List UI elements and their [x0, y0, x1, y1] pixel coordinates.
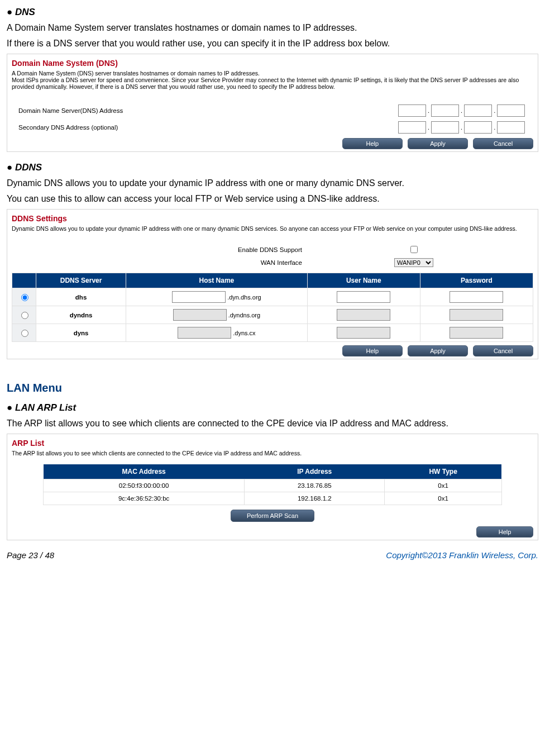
- ddns-server-name: dyndns: [36, 306, 126, 324]
- ddns-radio[interactable]: [21, 330, 28, 337]
- text-ddns-p1: Dynamic DNS allows you to update your dy…: [7, 177, 538, 190]
- dns2-oct1[interactable]: [398, 121, 426, 134]
- input-dns-primary[interactable]: ...: [398, 104, 525, 117]
- panel-dns-desc1: A Domain Name System (DNS) server transl…: [12, 70, 533, 77]
- col-username: User Name: [307, 273, 420, 288]
- ddns-server-name: dyns: [36, 324, 126, 342]
- panel-dns: Domain Name System (DNS) A Domain Name S…: [7, 54, 538, 152]
- arp-hw: 0x1: [385, 479, 502, 492]
- ddns-row: dyns.dyns.cx: [12, 324, 533, 342]
- dns2-oct3[interactable]: [464, 121, 492, 134]
- ddns-server-name: dhs: [36, 288, 126, 306]
- username-input[interactable]: [337, 309, 390, 321]
- arp-table: MAC Address IP Address HW Type 02:50:f3:…: [43, 464, 502, 505]
- col-mac: MAC Address: [44, 464, 245, 479]
- label-wan-interface: WAN Interface: [12, 259, 319, 266]
- cancel-button[interactable]: Cancel: [473, 138, 533, 149]
- col-select: [12, 273, 36, 288]
- username-input[interactable]: [337, 327, 390, 339]
- apply-button[interactable]: Apply: [408, 138, 468, 149]
- label-dns-secondary: Secondary DNS Address (optional): [12, 124, 398, 131]
- username-input[interactable]: [337, 291, 390, 303]
- hostname-suffix: .dyns.cx: [233, 330, 255, 336]
- help-button[interactable]: Help: [476, 526, 533, 538]
- panel-dns-desc2: Most ISPs provide a DNS server for speed…: [12, 77, 533, 90]
- dns1-oct3[interactable]: [464, 104, 492, 117]
- arp-mac: 02:50:f3:00:00:00: [44, 479, 245, 492]
- hostname-input[interactable]: [178, 327, 231, 339]
- panel-arp-title: ARP List: [12, 439, 533, 448]
- footer-copyright: Copyright©2013 Franklin Wireless, Corp.: [386, 550, 538, 560]
- panel-arp-desc: The ARP list allows you to see which cli…: [12, 450, 533, 457]
- col-hostname: Host Name: [126, 273, 308, 288]
- arp-row: 02:50:f3:00:00:0023.18.76.850x1: [44, 479, 502, 492]
- dns2-oct2[interactable]: [431, 121, 459, 134]
- text-ddns-p2: You can use this to allow can access you…: [7, 192, 538, 206]
- label-dns-primary: Domain Name Server(DNS) Address: [12, 107, 398, 114]
- ddns-row: dhs.dyn.dhs.org: [12, 288, 533, 306]
- checkbox-enable-ddns[interactable]: [410, 246, 418, 253]
- text-dns-p2: If there is a DNS server that you would …: [7, 37, 538, 50]
- footer-page: Page 23 / 48: [7, 550, 54, 560]
- perform-arp-scan-button[interactable]: Perform ARP Scan: [231, 510, 314, 522]
- apply-button[interactable]: Apply: [408, 345, 468, 356]
- hostname-input[interactable]: [172, 291, 226, 303]
- password-input[interactable]: [450, 309, 503, 321]
- input-dns-secondary[interactable]: ...: [398, 121, 525, 134]
- text-dns-p1: A Domain Name System server translates h…: [7, 21, 538, 35]
- dns2-oct4[interactable]: [497, 121, 525, 134]
- panel-ddns-title: DDNS Settings: [12, 214, 533, 223]
- panel-ddns: DDNS Settings Dynamic DNS allows you to …: [7, 209, 538, 359]
- arp-ip: 192.168.1.2: [245, 492, 385, 505]
- heading-ddns: DDNS: [7, 162, 538, 173]
- ddns-row: dyndns.dyndns.org: [12, 306, 533, 324]
- hostname-input[interactable]: [173, 309, 227, 321]
- heading-arp: LAN ARP List: [7, 402, 538, 413]
- hostname-suffix: .dyndns.org: [228, 312, 260, 318]
- col-ip: IP Address: [245, 464, 385, 479]
- col-hw: HW Type: [385, 464, 502, 479]
- panel-arp: ARP List The ARP list allows you to see …: [7, 434, 538, 540]
- heading-lan-menu: LAN Menu: [7, 382, 538, 394]
- password-input[interactable]: [450, 327, 503, 339]
- ddns-radio[interactable]: [21, 312, 28, 319]
- ddns-radio[interactable]: [21, 294, 28, 301]
- dns1-oct2[interactable]: [431, 104, 459, 117]
- col-password: Password: [420, 273, 533, 288]
- arp-ip: 23.18.76.85: [245, 479, 385, 492]
- password-input[interactable]: [450, 291, 503, 303]
- hostname-suffix: .dyn.dhs.org: [227, 294, 261, 301]
- arp-hw: 0x1: [385, 492, 502, 505]
- panel-ddns-desc: Dynamic DNS allows you to update your dy…: [12, 225, 533, 232]
- cancel-button[interactable]: Cancel: [473, 345, 533, 356]
- help-button[interactable]: Help: [342, 138, 403, 149]
- page-footer: Page 23 / 48 Copyright©2013 Franklin Wir…: [7, 550, 538, 560]
- help-button[interactable]: Help: [342, 345, 403, 356]
- col-ddns-server: DDNS Server: [36, 273, 126, 288]
- ddns-table: DDNS Server Host Name User Name Password…: [12, 273, 533, 342]
- select-wan-interface[interactable]: WANIP0: [394, 258, 433, 267]
- arp-mac: 9c:4e:36:52:30:bc: [44, 492, 245, 505]
- panel-dns-title: Domain Name System (DNS): [12, 59, 533, 68]
- label-enable-ddns: Enable DDNS Support: [12, 246, 319, 253]
- text-arp-p1: The ARP list allows you to see which cli…: [7, 417, 538, 430]
- dns1-oct4[interactable]: [497, 104, 525, 117]
- arp-row: 9c:4e:36:52:30:bc192.168.1.20x1: [44, 492, 502, 505]
- dns1-oct1[interactable]: [398, 104, 426, 117]
- heading-dns: DNS: [7, 7, 538, 18]
